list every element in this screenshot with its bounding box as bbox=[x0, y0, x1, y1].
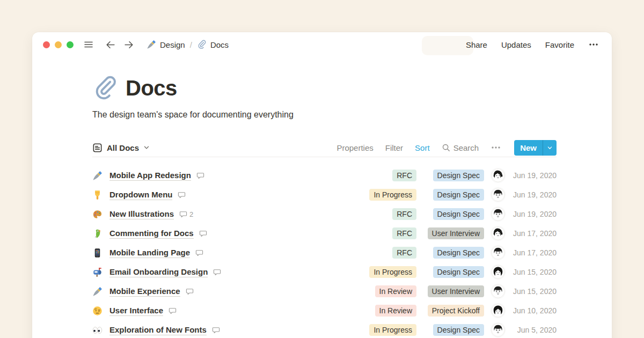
sort-button[interactable]: Sort bbox=[415, 143, 430, 152]
status-tag[interactable]: RFC bbox=[392, 247, 416, 259]
doc-title[interactable]: Mobile App Redesign bbox=[109, 171, 191, 181]
date-label: Jun 19, 2020 bbox=[511, 210, 557, 218]
pointing-down-icon bbox=[92, 190, 103, 200]
avatar-woman-headphones bbox=[491, 168, 505, 182]
table-row[interactable]: New Illustrations 2 RFC Design Spec Jun … bbox=[92, 204, 557, 224]
favorite-button[interactable]: Favorite bbox=[545, 40, 574, 49]
paperclip-icon bbox=[197, 40, 207, 49]
notion-window: Design / Docs Share Updates Favorite Doc… bbox=[32, 32, 612, 338]
table-row[interactable]: Dropdown Menu In Progress Design Spec Ju… bbox=[92, 185, 557, 204]
breadcrumb-separator: / bbox=[189, 40, 193, 49]
view-switcher[interactable]: All Docs bbox=[92, 143, 150, 153]
breadcrumb-docs[interactable]: Docs bbox=[197, 40, 229, 49]
category-tag[interactable]: Design Spec bbox=[433, 266, 484, 278]
doc-title[interactable]: Commenting for Docs bbox=[109, 229, 194, 239]
new-button-dropdown[interactable] bbox=[543, 140, 557, 156]
table-row[interactable]: Mobile Experience In Review User Intervi… bbox=[92, 282, 557, 301]
category-tag[interactable]: Project Kickoff bbox=[428, 305, 484, 317]
category-tag[interactable]: Design Spec bbox=[433, 324, 484, 336]
avatar-man bbox=[491, 323, 505, 337]
new-button-label[interactable]: New bbox=[514, 140, 543, 156]
category-tag[interactable]: Design Spec bbox=[433, 247, 484, 259]
category-tag[interactable]: User Interview bbox=[428, 227, 484, 239]
doc-title[interactable]: Mobile Landing Page bbox=[109, 248, 190, 258]
comment-number: 2 bbox=[189, 210, 193, 218]
status-tag[interactable]: RFC bbox=[392, 227, 416, 239]
category-tag[interactable]: Design Spec bbox=[433, 189, 484, 201]
avatar-man bbox=[491, 188, 505, 202]
comment-count bbox=[178, 191, 188, 199]
table-row[interactable]: Mobile App Redesign RFC Design Spec Jun … bbox=[92, 166, 557, 185]
search-label: Search bbox=[453, 143, 479, 152]
traffic-lights bbox=[43, 41, 74, 48]
hamburger-menu-icon[interactable] bbox=[83, 39, 94, 50]
doc-list-icon bbox=[92, 143, 103, 153]
comment-icon bbox=[196, 172, 204, 180]
toolbar-more-icon[interactable] bbox=[491, 142, 501, 153]
mailbox-icon bbox=[92, 267, 103, 277]
table-row[interactable]: Mobile Landing Page RFC Design Spec Jun … bbox=[92, 243, 557, 262]
paintbrush-icon bbox=[92, 286, 103, 297]
topbar-actions: Share Updates Favorite bbox=[466, 39, 599, 50]
zoom-window-button[interactable] bbox=[67, 41, 74, 48]
breadcrumb-design[interactable]: Design bbox=[147, 40, 185, 49]
avatar-woman-headphones bbox=[491, 226, 505, 240]
avatar-man bbox=[491, 284, 505, 298]
comment-icon bbox=[178, 191, 186, 199]
share-button[interactable]: Share bbox=[466, 40, 487, 49]
updates-button[interactable]: Updates bbox=[501, 40, 531, 49]
docs-table: Mobile App Redesign RFC Design Spec Jun … bbox=[92, 166, 557, 338]
chevron-down-icon bbox=[143, 144, 150, 151]
forward-arrow-icon[interactable] bbox=[123, 39, 135, 50]
palette-icon bbox=[92, 209, 103, 219]
status-tag[interactable]: In Progress bbox=[369, 266, 416, 278]
search-button[interactable]: Search bbox=[442, 143, 479, 152]
table-row[interactable]: User Interface In Review Project Kickoff… bbox=[92, 301, 557, 320]
mobile-phone-icon bbox=[92, 248, 103, 258]
view-label: All Docs bbox=[107, 143, 139, 152]
comment-icon bbox=[169, 307, 177, 315]
back-arrow-icon[interactable] bbox=[105, 39, 116, 50]
doc-title[interactable]: User Interface bbox=[109, 306, 163, 316]
table-row[interactable]: Email Onboarding Design In Progress Desi… bbox=[92, 262, 557, 282]
comment-count bbox=[212, 326, 222, 334]
table-row[interactable]: Commenting for Docs RFC User Interview J… bbox=[92, 224, 557, 243]
close-window-button[interactable] bbox=[43, 41, 50, 48]
date-label: Jun 15, 2020 bbox=[511, 268, 557, 276]
new-button[interactable]: New bbox=[514, 140, 557, 156]
comment-icon bbox=[186, 288, 194, 296]
date-label: Jun 5, 2020 bbox=[511, 326, 557, 334]
status-tag[interactable]: RFC bbox=[392, 170, 416, 181]
category-tag[interactable]: Design Spec bbox=[433, 170, 484, 181]
window-topbar: Design / Docs Share Updates Favorite bbox=[32, 32, 612, 57]
more-options-icon[interactable] bbox=[588, 39, 599, 50]
search-icon bbox=[442, 143, 450, 152]
date-label: Jun 10, 2020 bbox=[511, 306, 557, 315]
paperclip-icon[interactable] bbox=[92, 75, 118, 101]
status-tag[interactable]: RFC bbox=[392, 208, 416, 220]
status-tag[interactable]: In Progress bbox=[369, 189, 416, 201]
comment-count bbox=[213, 268, 223, 276]
filter-button[interactable]: Filter bbox=[385, 143, 403, 152]
doc-title[interactable]: New Illustrations bbox=[109, 209, 174, 219]
date-label: Jun 15, 2020 bbox=[511, 287, 557, 296]
doc-title[interactable]: Email Onboarding Design bbox=[109, 267, 208, 277]
chevron-down-icon bbox=[547, 145, 553, 151]
category-tag[interactable]: Design Spec bbox=[433, 208, 484, 220]
status-tag[interactable]: In Review bbox=[375, 285, 416, 297]
page-title: Docs bbox=[126, 76, 177, 100]
comment-icon bbox=[179, 210, 187, 218]
avatar-man bbox=[491, 246, 505, 260]
comment-count bbox=[196, 172, 207, 180]
category-tag[interactable]: User Interview bbox=[428, 285, 484, 297]
comment-icon bbox=[213, 268, 221, 276]
status-tag[interactable]: In Review bbox=[375, 305, 416, 317]
doc-title[interactable]: Exploration of New Fonts bbox=[109, 325, 207, 335]
table-row[interactable]: Exploration of New Fonts In Progress Des… bbox=[92, 320, 557, 338]
comment-icon bbox=[212, 326, 220, 334]
status-tag[interactable]: In Progress bbox=[369, 324, 416, 336]
minimize-window-button[interactable] bbox=[55, 41, 62, 48]
doc-title[interactable]: Dropdown Menu bbox=[109, 190, 172, 200]
doc-title[interactable]: Mobile Experience bbox=[109, 286, 180, 297]
properties-button[interactable]: Properties bbox=[336, 143, 373, 152]
